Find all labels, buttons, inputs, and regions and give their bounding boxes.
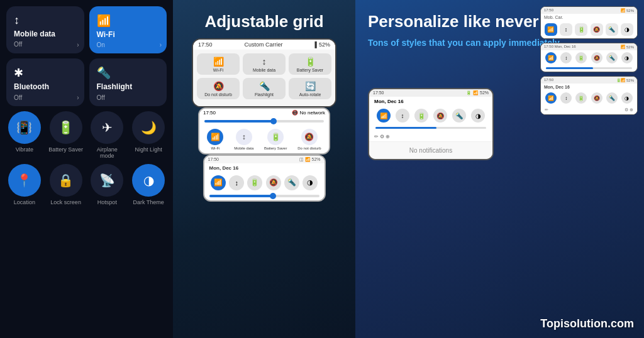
pmid-wifi-item[interactable]: 📶 Wi-Fi <box>207 129 223 150</box>
vibrate-btn[interactable]: 📳 <box>8 111 41 144</box>
lp-icon-4[interactable]: 🔦 <box>452 109 466 123</box>
qt-dnd-label: Do not disturb <box>204 92 232 97</box>
rp1-time: 17:50 <box>544 8 553 13</box>
lp-icon-2[interactable]: 🔋 <box>414 109 428 123</box>
night-light-btn[interactable]: 🌙 <box>132 111 165 144</box>
watermark: Topisolution.com <box>540 317 634 330</box>
rp1-icon-4[interactable]: 🔦 <box>606 23 618 36</box>
rp3-pencil-icon: ✏ <box>545 107 548 112</box>
pmid-battery-item[interactable]: 🔋 Battery Saver <box>264 129 287 150</box>
rp3-icon-0[interactable]: 📶 <box>545 92 557 104</box>
rp3-icon-4[interactable]: 🔦 <box>606 92 618 104</box>
location-btn[interactable]: 📍 <box>8 164 41 197</box>
qt-mobile[interactable]: ↕Mobile data <box>243 53 286 75</box>
pmid-mobile-item[interactable]: ↕ Mobile data <box>234 129 253 150</box>
rp3-time: 17:50 <box>544 78 553 82</box>
bot-phone-slider <box>204 193 325 200</box>
rp3-icon-3[interactable]: 🔕 <box>591 92 602 104</box>
dark-theme-btn[interactable]: ◑ <box>132 164 165 197</box>
mobile-data-tile[interactable]: ↕ Mobile data Off › <box>6 6 84 53</box>
battery-saver-tile[interactable]: 🔋 Battery Saver <box>48 111 84 159</box>
right-panel: Personalize like never before Tons of st… <box>355 0 644 338</box>
pbot-battery-icon[interactable]: 🔋 <box>247 175 262 190</box>
rp3-icon-1[interactable]: ↕ <box>560 92 572 104</box>
brightness-track[interactable] <box>204 120 324 123</box>
top-phone-carrier: Custom Carrier <box>245 41 283 48</box>
lp-slider-track[interactable] <box>375 127 486 129</box>
qt-mobile-icon: ↕ <box>262 57 267 67</box>
pbot-dnd-icon[interactable]: 🔕 <box>266 175 281 190</box>
rp2-slider-track[interactable] <box>546 67 632 69</box>
rp1-icon-3[interactable]: 🔕 <box>591 23 603 36</box>
rp3-icon-5[interactable]: ◑ <box>621 92 633 104</box>
dark-theme-tile[interactable]: ◑ Dark Theme <box>130 164 167 205</box>
top-phone-battery: ▌52% <box>315 41 330 48</box>
qt-wifi[interactable]: 📶Wi-Fi <box>197 53 240 75</box>
location-label: Location <box>14 199 35 205</box>
wifi-tile[interactable]: 📶 Wi-Fi On › <box>89 6 167 53</box>
airplane-mode-tile[interactable]: ✈ Airplane mode <box>89 111 126 159</box>
pmid-battery-icon[interactable]: 🔋 <box>267 129 284 145</box>
pmid-dnd-item[interactable]: 🔕 Do not disturb <box>297 129 321 150</box>
lp-icon-0[interactable]: 📶 <box>377 109 391 123</box>
mid-phone-status-bar: 17:50 📵 No network <box>199 109 329 117</box>
bot-phone-time: 17:50 <box>208 157 219 162</box>
lp-icon-3[interactable]: 🔕 <box>433 109 447 123</box>
rp1-icon-0[interactable]: 📶 <box>545 23 557 36</box>
lp-icon-1[interactable]: ↕ <box>396 109 409 123</box>
brightness-fill <box>204 120 276 123</box>
hotspot-tile[interactable]: 📡 Hotspot <box>89 164 126 205</box>
rp2-icon-4[interactable]: 🔦 <box>606 52 618 63</box>
rp2-icon-0[interactable]: 📶 <box>545 52 557 63</box>
rp3-icons-row: 📶 ↕ 🔋 🔕 🔦 ◑ <box>541 90 637 106</box>
lp-icon-5[interactable]: ◑ <box>471 109 485 123</box>
rp1-icon-1[interactable]: ↕ <box>560 23 572 36</box>
lock-screen-btn[interactable]: 🔒 <box>50 164 82 197</box>
hotspot-btn[interactable]: 📡 <box>91 164 123 197</box>
pbot-flash-icon[interactable]: 🔦 <box>284 175 299 190</box>
qt-battery[interactable]: 🔋Battery Saver <box>289 53 331 75</box>
qt-wifi-label: Wi-Fi <box>213 68 223 72</box>
pbot-wifi-icon[interactable]: 📶 <box>211 175 226 190</box>
qt-flash[interactable]: 🔦Flashlight <box>243 78 286 99</box>
rp1-icon-5[interactable]: ◑ <box>621 23 633 36</box>
qt-dnd[interactable]: 🔕Do not disturb <box>197 78 240 99</box>
bluetooth-sub: Off <box>14 94 78 101</box>
pbot-dark-icon[interactable]: ◑ <box>303 175 318 190</box>
qt-mobile-label: Mobile data <box>253 68 275 72</box>
rp2-icon-1[interactable]: ↕ <box>560 52 572 63</box>
vibrate-tile[interactable]: 📳 Vibrate <box>6 111 43 159</box>
rp2-icon-3[interactable]: 🔕 <box>591 52 602 63</box>
rp2-icons-row: 📶 ↕ 🔋 🔕 🔦 ◑ <box>541 50 637 65</box>
battery-saver-btn[interactable]: 🔋 <box>50 111 82 144</box>
rp2-time: 17:50 Mon, Dec 16 <box>544 45 576 49</box>
pmid-dnd-icon[interactable]: 🔕 <box>301 129 318 145</box>
pmid-wifi-icon[interactable]: 📶 <box>207 129 223 145</box>
bot-brightness-track[interactable] <box>209 195 319 197</box>
airplane-mode-btn[interactable]: ✈ <box>91 111 123 144</box>
bot-brightness-thumb[interactable] <box>270 193 276 199</box>
second-tiles-row: ✱ Bluetooth Off › 🔦 Flashlight Off <box>6 58 167 106</box>
rp2-icon-5[interactable]: ◑ <box>621 52 633 63</box>
bluetooth-tile[interactable]: ✱ Bluetooth Off › <box>6 58 84 106</box>
brightness-thumb[interactable] <box>270 118 277 124</box>
night-light-tile[interactable]: 🌙 Night Light <box>130 111 167 159</box>
large-phone-date: Mon, Dec 16 <box>369 97 492 106</box>
mid-phone-icons-row: 📶 Wi-Fi ↕ Mobile data 🔋 Battery Saver 🔕 … <box>199 126 329 153</box>
qt-rotate[interactable]: 🔄Auto-rotate <box>289 78 331 99</box>
lp-time: 17:50 <box>373 90 384 95</box>
pbot-mobile-icon[interactable]: ↕ <box>229 175 244 190</box>
rp1-icon-2[interactable]: 🔋 <box>575 23 587 36</box>
pmid-dnd-label: Do not disturb <box>297 146 321 150</box>
flashlight-label: Flashlight <box>97 82 161 91</box>
rp2-icon-2[interactable]: 🔋 <box>575 52 587 63</box>
flashlight-tile[interactable]: 🔦 Flashlight Off <box>89 58 167 106</box>
wifi-label: Wi-Fi <box>97 30 161 39</box>
rp3-icon-2[interactable]: 🔋 <box>575 92 587 104</box>
top-phone-mockup: 17:50 Custom Carrier ▌52% 📶Wi-Fi ↕Mobile… <box>192 38 336 107</box>
pmid-mobile-icon[interactable]: ↕ <box>236 129 252 145</box>
lock-screen-tile[interactable]: 🔒 Lock screen <box>48 164 84 205</box>
top-phone-quick-tiles: 📶Wi-Fi ↕Mobile data 🔋Battery Saver 🔕Do n… <box>193 50 335 106</box>
location-tile[interactable]: 📍 Location <box>6 164 43 205</box>
middle-panel: Adjustable grid 17:50 Custom Carrier ▌52… <box>173 0 355 338</box>
